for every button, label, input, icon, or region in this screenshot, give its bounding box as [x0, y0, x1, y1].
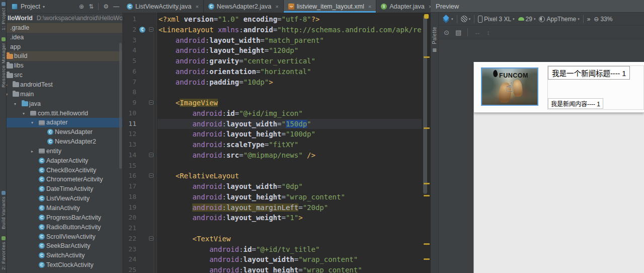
chevron-down-icon[interactable]: ▾ — [43, 5, 45, 9]
tree-item-app[interactable]: app — [7, 42, 122, 52]
pan-horizontal-button[interactable]: ↔ — [474, 29, 480, 36]
settings-gear-icon[interactable]: ⚙ — [103, 3, 109, 10]
editor-line-6[interactable]: 6 android:orientation="horizontal" — [122, 66, 431, 77]
editor-line-5[interactable]: 5 android:gravity="center_vertical" — [122, 56, 431, 66]
tree-item-androidtest[interactable]: ▸androidTest — [7, 80, 122, 90]
expanded-arrow-icon[interactable]: ▾ — [23, 109, 25, 118]
tool-strip-button-2-favorites[interactable]: 2: Favorites — [1, 236, 6, 270]
rendered-layout-surface[interactable]: FUNCOM 我是一个新闻标题---- 1 我是新闻内容---- 1 ☝ — [473, 62, 644, 273]
editor-line-22[interactable]: 22 <TextView — [122, 234, 431, 244]
tree-item-listviewactivity[interactable]: CListViewActivity — [7, 194, 122, 203]
editor-line-16[interactable]: 16 <RelativeLayout — [122, 171, 431, 181]
inspections-status-icon[interactable] — [424, 14, 429, 19]
editor-line-3[interactable]: 3 android:layout_width="match_parent" — [122, 35, 431, 46]
layout-grid-button[interactable]: ▤ — [455, 29, 461, 36]
warning-stripe-mark[interactable] — [424, 258, 430, 260]
tree-item-newsadapter2[interactable]: CNewsAdapter2 — [7, 137, 122, 147]
design-mode-button[interactable]: ▾ — [443, 16, 453, 22]
editor-line-14[interactable]: 14 android:src="@mipmap/news" /> — [122, 150, 431, 161]
close-icon[interactable]: × — [368, 4, 371, 10]
tool-strip-button-1-project[interactable]: 1: Project — [1, 2, 6, 30]
locate-file-icon[interactable]: ⊕ — [79, 3, 84, 10]
tool-strip-button-build-variants[interactable]: Build Variants — [1, 191, 6, 229]
toolbar-overflow-button[interactable]: » — [587, 16, 591, 23]
listitem-preview-row[interactable]: FUNCOM 我是一个新闻标题---- 1 我是新闻内容---- 1 — [474, 62, 644, 113]
project-panel-title[interactable]: Project — [21, 3, 40, 10]
tab-newsadapter2-java[interactable]: CNewsAdapter2.java× — [204, 0, 284, 13]
tree-item-gradle[interactable]: .gradle — [7, 23, 122, 33]
orientation-button[interactable]: ▾ — [461, 16, 471, 22]
fold-marker-icon[interactable] — [149, 236, 153, 241]
tree-item-radiobuttonactivity[interactable]: CRadioButtonActivity — [7, 223, 122, 232]
tab-listviewactivity-java[interactable]: CListViewActivity.java× — [122, 0, 204, 13]
tree-scrollbar[interactable] — [119, 43, 122, 169]
editor-line-25[interactable]: 25 android:layout_height="wrap_content" — [122, 265, 431, 273]
warning-stripe-mark[interactable] — [424, 195, 430, 196]
tree-item-chronometeracitvity[interactable]: CChronometerAcitvity — [7, 175, 122, 184]
fold-marker-icon[interactable] — [149, 153, 153, 157]
tree-item-mainactivity[interactable]: CMainActivity — [7, 203, 122, 213]
tree-item-com-ttit-helloworld[interactable]: ▾com.ttit.helloworld — [7, 109, 122, 118]
tree-item-textclockactivity[interactable]: CTextClockActivity — [7, 260, 122, 270]
tree-item-build[interactable]: build — [7, 51, 122, 61]
tab-listview-item-layout-xml[interactable]: <>listview_item_layout.xml× — [284, 0, 377, 13]
tree-item-adapter[interactable]: ▾adapter — [7, 118, 122, 127]
tree-item-project-root[interactable]: lloWorldD:\workspace\android\HelloWor — [7, 14, 122, 23]
collapse-all-icon[interactable]: ⇅ — [89, 3, 94, 10]
tree-item-checkboxacitivity[interactable]: CCheckBoxAcitivity — [7, 166, 122, 175]
device-selector[interactable]: Pixel 3 XL ▾ — [478, 16, 515, 23]
editor-line-19[interactable]: 19 android:layout_marginLeft="20dp" — [122, 202, 431, 213]
tree-item-switchactivity[interactable]: CSwitchActivity — [7, 251, 122, 260]
tree-item-idea[interactable]: .idea — [7, 33, 122, 42]
editor-line-24[interactable]: 24 android:layout_width="wrap_content" — [122, 254, 431, 265]
close-icon[interactable]: × — [195, 4, 198, 10]
editor-line-1[interactable]: 1<?xml version="1.0" encoding="utf-8"?> — [122, 14, 431, 25]
class-gutter-icon[interactable]: C — [139, 27, 145, 33]
editor-line-8[interactable]: 8 — [122, 87, 431, 98]
tree-item-seekbaractivity[interactable]: CSeekBarActivity — [7, 241, 122, 251]
tree-item-progressbaractivity[interactable]: CProgressBarActivity — [7, 213, 122, 223]
expanded-arrow-icon[interactable]: ▾ — [14, 99, 16, 109]
editor-line-9[interactable]: 9 <ImageView — [122, 98, 431, 108]
collapsed-arrow-icon[interactable]: ▸ — [7, 80, 8, 90]
design-surface[interactable]: FUNCOM 我是一个新闻标题---- 1 我是新闻内容---- 1 ☝ — [439, 39, 644, 273]
pan-vertical-button[interactable]: ↕ — [487, 29, 490, 36]
hide-panel-icon[interactable]: — — [113, 3, 119, 10]
editor-line-23[interactable]: 23 android:id="@+id/tv_title" — [122, 244, 431, 255]
close-icon[interactable]: × — [275, 4, 278, 10]
palette-label[interactable]: Palette — [432, 27, 437, 44]
tree-item-libs[interactable]: libs — [7, 61, 122, 71]
editor-scrollbar-thumb[interactable] — [423, 15, 427, 194]
tree-item-adapteractivity[interactable]: CAdapterActivity — [7, 156, 122, 166]
editor-line-10[interactable]: 10 android:id="@+id/img_icon" — [122, 108, 431, 119]
zoom-out-button[interactable]: ⊖ 33% — [594, 16, 612, 23]
tree-item-entity[interactable]: ▸entity — [7, 147, 122, 156]
fold-marker-icon[interactable] — [149, 173, 153, 178]
warning-stripe-mark[interactable] — [424, 127, 430, 129]
editor-line-18[interactable]: 18 android:layout_height="wrap_content" — [122, 192, 431, 202]
collapsed-arrow-icon[interactable]: ▸ — [31, 147, 33, 156]
tree-item-java[interactable]: ▾java — [7, 99, 122, 109]
view-options-button[interactable]: ⊙ — [444, 29, 449, 36]
editor-line-15[interactable]: 15 — [122, 161, 431, 171]
warning-stripe-mark[interactable] — [424, 56, 430, 58]
fold-marker-icon[interactable] — [149, 27, 153, 32]
editor-line-4[interactable]: 4 android:layout_height="120dp" — [122, 45, 431, 56]
editor-line-12[interactable]: 12 android:layout_height="100dp" — [122, 129, 431, 140]
tool-strip-button-resource-manager[interactable]: Resource Manager — [1, 37, 6, 88]
expanded-arrow-icon[interactable]: ▾ — [7, 90, 8, 99]
news-title-text[interactable]: 我是一个新闻标题---- 1 — [548, 66, 630, 80]
tree-item-newsadapter[interactable]: CNewsAdapter — [7, 127, 122, 137]
editor-line-11[interactable]: 11 android:layout_width="150dp" — [122, 119, 431, 129]
tree-item-main[interactable]: ▾main — [7, 90, 122, 99]
theme-selector[interactable]: AppTheme ▾ — [539, 16, 579, 23]
fold-marker-icon[interactable] — [149, 100, 153, 105]
api-level-selector[interactable]: 29 ▾ — [518, 16, 536, 23]
tree-item-scrollviewactivity[interactable]: CScrollViewActivity — [7, 232, 122, 242]
editor-line-13[interactable]: 13 android:scaleType="fitXY" — [122, 140, 431, 150]
editor-body[interactable]: 1<?xml version="1.0" encoding="utf-8"?>2… — [122, 13, 431, 273]
editor-line-2[interactable]: 2C<LinearLayout xmlns:android="http://sc… — [122, 25, 431, 35]
editor-line-21[interactable]: 21 — [122, 223, 431, 234]
tree-item-src[interactable]: src — [7, 71, 122, 80]
editor-line-20[interactable]: 20 android:layout_weight="1"> — [122, 213, 431, 223]
